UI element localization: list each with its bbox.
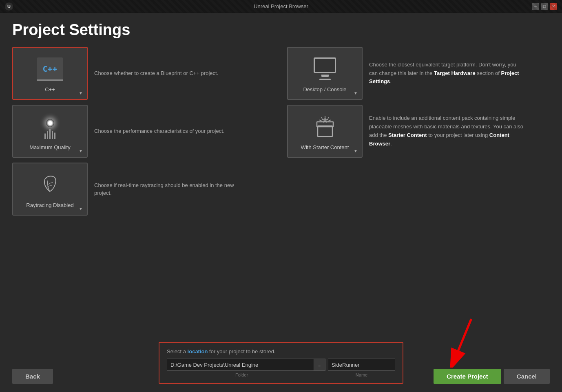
title-bar: U Unreal Project Browser – □ ✕ <box>0 0 562 13</box>
svg-line-3 <box>321 117 323 120</box>
grass-blade-3 <box>49 129 51 139</box>
raytracing-setting-row: Raytracing Disabled ▼ Choose if real-tim… <box>12 163 275 216</box>
minimize-button[interactable]: – <box>532 3 539 10</box>
window-controls: – □ ✕ <box>532 3 557 10</box>
cpp-desc: Choose whether to create a Blueprint or … <box>94 69 218 77</box>
desktop-dropdown-arrow[interactable]: ▼ <box>353 90 358 96</box>
cpp-icon: C++ <box>37 57 63 80</box>
cpp-icon-area: C++ <box>36 55 64 83</box>
location-text: Select a location for your project to be… <box>167 348 395 355</box>
quality-card[interactable]: Maximum Quality ▼ <box>12 105 88 158</box>
quality-icon-area <box>36 112 64 141</box>
cancel-button[interactable]: Cancel <box>504 369 550 384</box>
starter-card[interactable]: With Starter Content ▼ <box>287 105 363 158</box>
desktop-desc: Choose the closest equivalent target pla… <box>369 61 524 86</box>
leaf-svg <box>39 173 61 196</box>
svg-line-6 <box>328 120 331 121</box>
right-buttons: Create Project Cancel <box>434 369 550 384</box>
quality-label: Maximum Quality <box>29 144 70 150</box>
starter-label: With Starter Content <box>301 144 349 150</box>
grass-blade-2 <box>47 131 48 139</box>
desktop-icon-area <box>311 55 339 83</box>
desktop-icon <box>314 57 336 80</box>
monitor-base <box>319 79 331 80</box>
grass-blade-5 <box>54 132 55 139</box>
settings-right: Desktop / Console ▼ Choose the closest e… <box>287 47 550 338</box>
raytracing-card[interactable]: Raytracing Disabled ▼ <box>12 163 88 216</box>
starter-setting-row: With Starter Content ▼ Enable to include… <box>287 105 550 158</box>
raytracing-icon <box>39 173 61 196</box>
monitor-stand <box>321 75 329 77</box>
back-button[interactable]: Back <box>12 369 53 384</box>
starter-dropdown-arrow[interactable]: ▼ <box>353 148 358 154</box>
starter-icon <box>313 115 337 139</box>
svg-line-4 <box>327 117 329 120</box>
quality-icon <box>44 115 55 139</box>
location-bold: location <box>188 348 208 355</box>
monitor-body <box>314 57 336 73</box>
page-title: Project Settings <box>12 21 550 39</box>
cpp-card[interactable]: C++ C++ ▼ <box>12 47 88 100</box>
create-project-button[interactable]: Create Project <box>434 369 501 384</box>
cpp-label: C++ <box>45 86 55 92</box>
svg-line-5 <box>319 120 322 121</box>
ue-logo-icon: U <box>5 2 13 11</box>
svg-rect-0 <box>318 126 332 137</box>
cpp-setting-row: C++ C++ ▼ Choose whether to create a Blu… <box>12 47 275 100</box>
raytracing-dropdown-arrow[interactable]: ▼ <box>78 206 84 211</box>
sun-icon <box>46 119 54 127</box>
starter-icon-area <box>311 112 339 141</box>
main-content: Project Settings C++ C++ ▼ Choose whethe… <box>0 13 562 392</box>
raytracing-icon-area <box>36 170 64 199</box>
desktop-setting-row: Desktop / Console ▼ Choose the closest e… <box>287 47 550 100</box>
grass-icon <box>44 129 55 139</box>
desktop-card[interactable]: Desktop / Console ▼ <box>287 47 363 100</box>
desktop-label: Desktop / Console <box>303 86 346 92</box>
quality-setting-row: Maximum Quality ▼ Choose the performance… <box>12 105 275 158</box>
starter-box-svg <box>313 115 337 139</box>
grass-blade-1 <box>44 133 46 139</box>
raytracing-label: Raytracing Disabled <box>26 202 73 208</box>
settings-left: C++ C++ ▼ Choose whether to create a Blu… <box>12 47 275 338</box>
settings-area: C++ C++ ▼ Choose whether to create a Blu… <box>12 47 550 338</box>
bottom-buttons: Back Create Project Cancel <box>0 369 562 384</box>
grass-blade-4 <box>52 131 53 139</box>
raytracing-desc: Choose if real-time raytracing should be… <box>94 181 237 197</box>
close-button[interactable]: ✕ <box>550 3 557 10</box>
quality-desc: Choose the performance characteristics o… <box>94 127 224 135</box>
starter-desc: Enable to include an additional content … <box>369 114 524 148</box>
quality-dropdown-arrow[interactable]: ▼ <box>78 148 84 154</box>
cpp-dropdown-arrow[interactable]: ▼ <box>78 90 84 96</box>
title-bar-left: U <box>5 2 13 11</box>
maximize-button[interactable]: □ <box>541 3 548 10</box>
window-title: Unreal Project Browser <box>254 3 308 9</box>
